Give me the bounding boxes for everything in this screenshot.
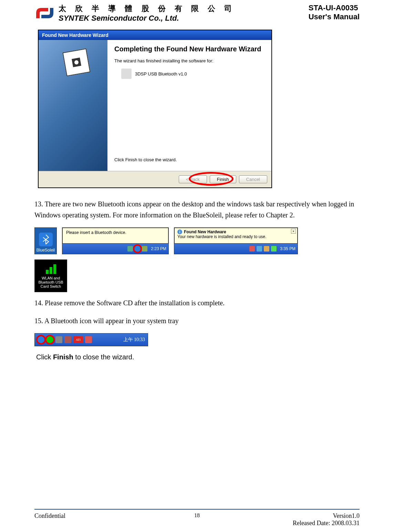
- tray-icon-g: [85, 336, 92, 343]
- bluesoleil-desktop-icon: BlueSoleil: [34, 227, 57, 254]
- tray-icon-generic: [127, 246, 133, 252]
- wizard-titlebar: Found New Hardware Wizard: [39, 30, 271, 40]
- wizard-body: Completing the Found New Hardware Wizard…: [39, 40, 271, 171]
- wlan-switch-icon: WLAN and Bluetooth USB Card Switch: [34, 259, 67, 292]
- found-hw-balloon: i Found New Hardware Your new hardware i…: [174, 228, 298, 244]
- tray-icon-a: [249, 246, 255, 252]
- cw-suffix: to close the wizard.: [73, 353, 134, 361]
- footer-date: Released Date: 2008.03.31: [293, 520, 360, 527]
- found-hw-title: Found New Hardware: [184, 229, 226, 234]
- bluesoleil-label: BlueSoleil: [37, 248, 55, 253]
- wizard-heading: Completing the Found New Hardware Wizard: [114, 45, 265, 53]
- balloon-close-button[interactable]: ×: [291, 229, 296, 234]
- info-icon: i: [177, 229, 182, 234]
- systray-screenshot: ATI 上午 10:33: [34, 333, 148, 346]
- footer-page-number: 18: [194, 512, 200, 519]
- tray-icon-f: [64, 336, 71, 343]
- signal-bars-icon: [46, 264, 56, 274]
- device-name: 3DSP USB Bluetooth v1.0: [135, 71, 187, 76]
- close-wizard-instruction: Click Finish to close the wizard.: [36, 353, 360, 361]
- cancel-button[interactable]: Cancel: [239, 175, 267, 183]
- company-name-en: SYNTEK Semiconductor Co., Ltd.: [59, 14, 235, 23]
- taskbar-strip-1: 2:23 PM: [62, 244, 168, 254]
- taskbar-time-1: 2:23 PM: [149, 246, 166, 251]
- company-name-cn: 太 欣 半 導 體 股 份 有 限 公 司: [59, 3, 235, 14]
- company-logo: [34, 6, 55, 20]
- page-footer: Confidential 18 Version1.0 Released Date…: [34, 512, 360, 527]
- wizard-sidebar-icon: [62, 48, 90, 76]
- ati-tray-icon: ATI: [73, 336, 83, 343]
- found-hw-title-row: i Found New Hardware: [177, 229, 294, 234]
- step-13-text: 13. There are two new Bluetooth icons ap…: [34, 198, 360, 221]
- bluetooth-tray-icon-2: [38, 336, 44, 343]
- systray-time: 上午 10:33: [123, 337, 145, 343]
- footer-version: Version1.0: [293, 512, 360, 520]
- tooltip-text: Please insert a Bluetooth device.: [66, 230, 126, 235]
- footer-confidential: Confidential: [34, 512, 65, 527]
- company-name-block: 太 欣 半 導 體 股 份 有 限 公 司 SYNTEK Semiconduct…: [59, 3, 235, 23]
- tray-icon-c: [264, 246, 269, 252]
- wizard-close-text: Click Finish to close the wizard.: [114, 157, 265, 162]
- wlan-label: WLAN and Bluetooth USB Card Switch: [36, 276, 65, 288]
- wizard-button-bar: < Back Finish Cancel: [39, 171, 271, 187]
- footer-divider: [34, 509, 360, 510]
- page-header: 太 欣 半 導 體 股 份 有 限 公 司 SYNTEK Semiconduct…: [34, 3, 360, 23]
- found-hardware-screenshot: i Found New Hardware Your new hardware i…: [174, 227, 298, 254]
- cw-prefix: Click: [36, 353, 53, 361]
- finish-button[interactable]: Finish: [210, 175, 236, 183]
- tray-icon-generic-2: [142, 246, 147, 252]
- taskbar-strip-2: 3:35 PM: [174, 244, 298, 254]
- bluetooth-tray-icon: [135, 246, 140, 252]
- step-14-text: 14. Please remove the Software CD after …: [34, 297, 360, 308]
- icon-row-1: BlueSoleil Please insert a Bluetooth dev…: [34, 227, 360, 254]
- wizard-window: Found New Hardware Wizard Completing the…: [38, 30, 272, 188]
- header-left: 太 欣 半 導 體 股 份 有 限 公 司 SYNTEK Semiconduct…: [34, 3, 235, 23]
- wizard-sidebar: [39, 40, 107, 171]
- header-right: STA-UI-A0035 User's Manual: [309, 3, 360, 21]
- doc-type: User's Manual: [309, 12, 360, 21]
- found-hw-text: Your new hardware is installed and ready…: [177, 234, 294, 239]
- cw-bold: Finish: [53, 353, 73, 361]
- wifi-tray-icon: [46, 336, 53, 343]
- taskbar-tooltip-screenshot: Please insert a Bluetooth device. 2:23 P…: [62, 227, 169, 254]
- back-button[interactable]: < Back: [179, 175, 207, 183]
- wizard-subtext: The wizard has finished installing the s…: [114, 58, 265, 63]
- usb-device-icon: [121, 69, 132, 79]
- tray-icon-d: [271, 246, 277, 252]
- step-15-text: 15. A Bluetooth icon will appear in your…: [34, 315, 360, 326]
- doc-id: STA-UI-A0035: [309, 3, 360, 12]
- taskbar-time-2: 3:35 PM: [278, 246, 296, 251]
- icon-row-2: WLAN and Bluetooth USB Card Switch: [34, 259, 360, 292]
- device-row: 3DSP USB Bluetooth v1.0: [121, 69, 265, 79]
- wizard-content: Completing the Found New Hardware Wizard…: [107, 40, 271, 171]
- bluetooth-icon: [39, 233, 53, 246]
- tray-icon-b: [257, 246, 262, 252]
- footer-right: Version1.0 Released Date: 2008.03.31: [293, 512, 360, 527]
- tooltip-balloon: Please insert a Bluetooth device.: [62, 228, 168, 244]
- tray-icon-e: [55, 336, 62, 343]
